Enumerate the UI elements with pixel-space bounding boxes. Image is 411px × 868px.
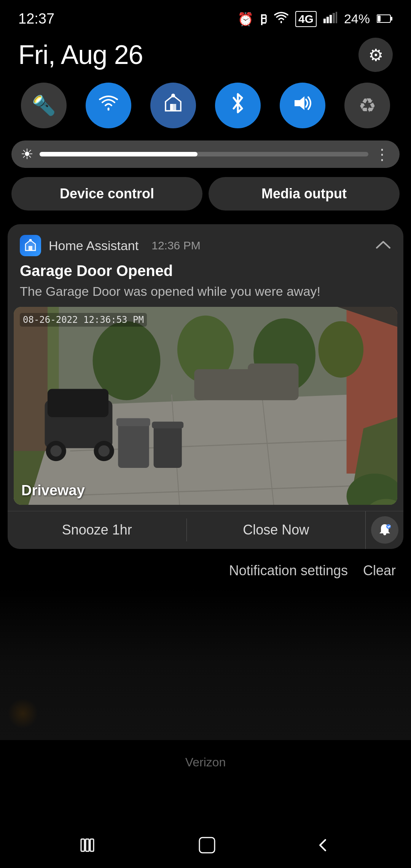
nav-bar: [0, 822, 411, 868]
battery-percent: 24%: [344, 11, 370, 26]
device-control-button[interactable]: Device control: [11, 177, 202, 211]
notification-actions: Snooze 1hr Close Now: [8, 511, 403, 549]
camera-timestamp: 08-26-2022 12:36:53 PM: [20, 313, 147, 327]
svg-rect-3: [333, 13, 335, 23]
gear-icon: ⚙: [368, 45, 383, 65]
brightness-options-icon[interactable]: ⋮: [374, 145, 390, 163]
close-now-button[interactable]: Close Now: [187, 511, 366, 549]
date-row: Fri, Aug 26 ⚙: [0, 32, 411, 83]
status-icons-group: ⏰ Ꞵ 4G 24%: [237, 11, 393, 27]
settings-gear-button[interactable]: ⚙: [358, 38, 393, 72]
bluetooth-toggle[interactable]: [215, 83, 261, 128]
svg-rect-37: [118, 423, 149, 468]
homeassistant-icon: [162, 93, 184, 118]
home-button[interactable]: [197, 835, 217, 855]
svg-rect-38: [154, 425, 182, 468]
svg-rect-40: [152, 421, 183, 428]
bluetooth-status-icon: Ꞵ: [260, 11, 267, 27]
brightness-bar[interactable]: ☀ ⋮: [11, 140, 400, 168]
control-row: Device control Media output: [11, 177, 400, 211]
notification-title: Garage Door Opened: [8, 259, 403, 282]
svg-rect-7: [378, 16, 381, 22]
clear-notifications-link[interactable]: Clear: [363, 563, 396, 579]
brightness-track[interactable]: [40, 152, 368, 156]
carrier-label: Verizon: [0, 740, 411, 777]
svg-point-36: [98, 445, 110, 456]
close-now-label: Close Now: [243, 522, 309, 538]
svg-rect-39: [116, 418, 150, 426]
recent-apps-button[interactable]: [80, 835, 99, 855]
svg-rect-22: [14, 307, 48, 451]
sound-toggle[interactable]: [280, 83, 325, 128]
wifi-status-icon: [274, 11, 288, 27]
brightness-fill: [40, 152, 198, 156]
notification-time: 12:36 PM: [151, 239, 200, 252]
bell-circle: [371, 516, 398, 544]
notification-body: The Garage Door was opened while you wer…: [8, 282, 403, 307]
svg-rect-48: [199, 838, 215, 853]
svg-rect-2: [330, 15, 332, 23]
svg-point-28: [318, 321, 363, 377]
app-info: Home Assistant 12:36 PM: [20, 235, 201, 256]
quick-toggles-row: 🔦: [0, 83, 411, 140]
svg-marker-11: [295, 96, 304, 110]
sound-icon: [292, 93, 314, 118]
svg-rect-10: [170, 104, 173, 111]
battery-saver-icon: ♻: [358, 94, 376, 117]
notification-links-row: Notification settings Clear: [0, 557, 411, 588]
svg-rect-32: [48, 389, 108, 417]
svg-rect-45: [81, 839, 84, 851]
homeassistant-toggle[interactable]: [150, 83, 196, 128]
svg-point-8: [171, 94, 175, 97]
collapse-notification-button[interactable]: [375, 238, 391, 254]
media-output-label: Media output: [261, 186, 347, 202]
svg-rect-6: [390, 17, 392, 21]
media-output-button[interactable]: Media output: [209, 177, 400, 211]
svg-point-44: [386, 524, 391, 529]
back-button[interactable]: [315, 835, 331, 855]
device-control-label: Device control: [60, 186, 154, 202]
notification-header: Home Assistant 12:36 PM: [8, 224, 403, 259]
signal-bars-icon: [323, 11, 337, 26]
svg-point-35: [50, 445, 62, 456]
battery-icon: [377, 11, 393, 26]
svg-rect-13: [29, 246, 32, 251]
wifi-icon: [98, 94, 119, 117]
notification-card: Home Assistant 12:36 PM Garage Door Open…: [8, 224, 403, 549]
svg-rect-0: [323, 19, 326, 23]
4g-icon: 4G: [295, 11, 317, 27]
snooze-button[interactable]: Snooze 1hr: [8, 511, 186, 549]
home-assistant-app-icon: [20, 235, 41, 256]
svg-rect-4: [336, 12, 337, 23]
svg-rect-30: [248, 363, 298, 400]
status-bar: 12:37 ⏰ Ꞵ 4G 24%: [0, 0, 411, 32]
alarm-icon: ⏰: [237, 11, 253, 27]
empty-space-area: [0, 588, 411, 740]
svg-rect-47: [90, 839, 94, 851]
svg-rect-29: [194, 369, 256, 400]
camera-image-container[interactable]: 08-26-2022 12:36:53 PM Driveway: [14, 307, 397, 505]
wifi-toggle[interactable]: [86, 83, 131, 128]
snooze-label: Snooze 1hr: [62, 522, 132, 538]
brightness-icon: ☀: [21, 146, 33, 163]
flashlight-toggle[interactable]: 🔦: [21, 83, 67, 128]
svg-rect-46: [86, 839, 89, 851]
app-name-label: Home Assistant: [49, 238, 139, 253]
battery-saver-toggle[interactable]: ♻: [344, 83, 390, 128]
flashlight-icon: 🔦: [32, 94, 56, 116]
bluetooth-icon: [230, 93, 246, 118]
camera-location-label: Driveway: [21, 482, 85, 499]
svg-point-25: [93, 321, 161, 400]
notification-bell-button[interactable]: [365, 511, 403, 549]
status-time: 12:37: [18, 11, 54, 27]
svg-rect-1: [327, 17, 329, 23]
date-display: Fri, Aug 26: [18, 40, 143, 70]
notification-settings-link[interactable]: Notification settings: [229, 563, 348, 579]
